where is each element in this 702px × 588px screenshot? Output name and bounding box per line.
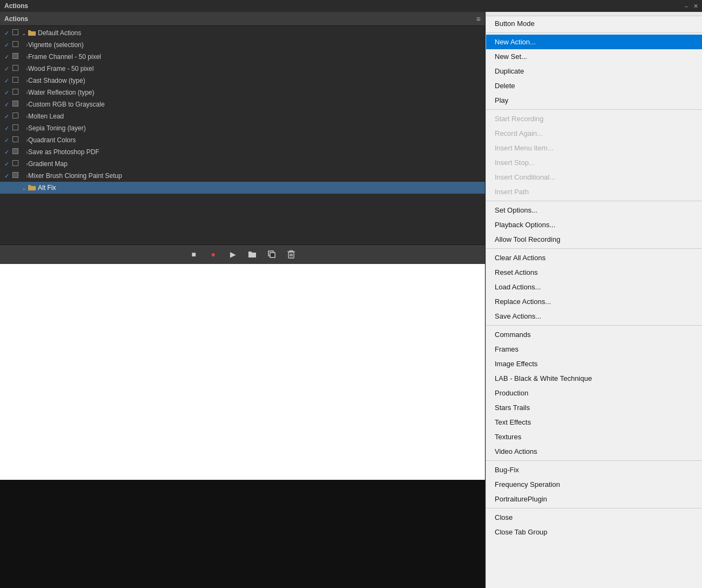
action-row[interactable]: ✓›Water Reflection (type)	[0, 87, 485, 98]
close-button[interactable]: ✕	[692, 3, 700, 10]
action-row[interactable]: ✓⌄Default Actions	[0, 27, 485, 39]
menu-item-button-mode[interactable]: Button Mode	[486, 16, 702, 31]
action-check[interactable]: ✓	[2, 30, 11, 37]
record-button[interactable]: ●	[207, 248, 220, 261]
action-check[interactable]: ✓	[2, 113, 11, 120]
action-expand-icon[interactable]: ›	[19, 173, 28, 179]
menu-item-new-action[interactable]: New Action...	[486, 35, 702, 49]
action-row[interactable]: ✓›Custom RGB to Grayscale	[0, 98, 485, 110]
menu-item-video-actions[interactable]: Video Actions	[486, 444, 702, 459]
action-check[interactable]: ✓	[2, 173, 11, 180]
stop-button[interactable]: ■	[187, 248, 200, 261]
action-check[interactable]: ✓	[2, 161, 11, 168]
action-label: Molten Lead	[28, 113, 483, 120]
action-check[interactable]: ✓	[2, 42, 11, 49]
folder-icon	[28, 29, 36, 37]
action-row[interactable]: ✓›Sepia Toning (layer)	[0, 122, 485, 134]
action-square-icon	[11, 172, 19, 180]
menu-item-close-tab-group[interactable]: Close Tab Group	[486, 525, 702, 539]
action-row[interactable]: ✓›Quadrant Colors	[0, 134, 485, 146]
action-check[interactable]: ✓	[2, 125, 11, 132]
menu-item-frames[interactable]: Frames	[486, 342, 702, 356]
menu-separator	[486, 325, 702, 326]
action-label: Gradient Map	[28, 160, 483, 168]
action-check[interactable]: ✓	[2, 77, 11, 84]
action-square-icon	[11, 124, 19, 132]
menu-item-playback-options[interactable]: Playback Options...	[486, 217, 702, 232]
action-check[interactable]: ✓	[2, 101, 11, 108]
action-expand-icon[interactable]: ⌄	[19, 185, 28, 191]
new-item-button[interactable]	[265, 248, 278, 261]
action-expand-icon[interactable]: ⌄	[19, 30, 28, 36]
action-label: Water Reflection (type)	[28, 89, 483, 96]
folder-icon	[28, 184, 36, 192]
menu-item-frequency-speration[interactable]: Frequency Speration	[486, 477, 702, 492]
menu-item-insert-stop: Insert Stop...	[486, 155, 702, 170]
action-row[interactable]: ✓›Mixer Brush Cloning Paint Setup	[0, 170, 485, 182]
menu-item-reset-actions[interactable]: Reset Actions	[486, 265, 702, 280]
action-check[interactable]: ✓	[2, 54, 11, 61]
action-expand-icon[interactable]: ›	[19, 90, 28, 96]
black-area	[0, 480, 485, 588]
action-row[interactable]: ⌄Alt Fix	[0, 182, 485, 194]
menu-item-lab-black-white[interactable]: LAB - Black & White Technique	[486, 371, 702, 386]
menu-item-portraiture-plugin[interactable]: PortraiturePlugin	[486, 492, 702, 506]
menu-item-commands[interactable]: Commands	[486, 327, 702, 342]
menu-item-bug-fix[interactable]: Bug-Fix	[486, 463, 702, 477]
action-check[interactable]: ✓	[2, 149, 11, 156]
menu-item-text-effects[interactable]: Text Effects	[486, 415, 702, 430]
action-square-icon	[11, 113, 19, 120]
menu-item-delete[interactable]: Delete	[486, 78, 702, 93]
menu-item-play[interactable]: Play	[486, 93, 702, 108]
folder-button[interactable]	[246, 248, 259, 261]
menu-item-replace-actions[interactable]: Replace Actions...	[486, 294, 702, 309]
menu-item-allow-tool-recording[interactable]: Allow Tool Recording	[486, 232, 702, 247]
action-expand-icon[interactable]: ›	[19, 42, 28, 48]
menu-item-production[interactable]: Production	[486, 386, 702, 400]
action-label: Frame Channel - 50 pixel	[28, 53, 483, 61]
delete-button[interactable]	[285, 248, 298, 261]
action-expand-icon[interactable]: ›	[19, 66, 28, 72]
action-expand-icon[interactable]: ›	[19, 137, 28, 143]
svg-rect-1	[270, 253, 275, 257]
action-square-icon	[11, 29, 19, 37]
action-label: Default Actions	[38, 29, 483, 37]
action-check[interactable]: ✓	[2, 65, 11, 72]
action-expand-icon[interactable]: ›	[19, 102, 28, 108]
menu-item-image-effects[interactable]: Image Effects	[486, 356, 702, 371]
action-expand-icon[interactable]: ›	[19, 149, 28, 155]
action-row[interactable]: ✓›Gradient Map	[0, 158, 485, 170]
action-row[interactable]: ✓›Molten Lead	[0, 110, 485, 122]
action-expand-icon[interactable]: ›	[19, 54, 28, 60]
action-square-icon	[11, 101, 19, 108]
play-button[interactable]: ▶	[226, 248, 239, 261]
menu-item-textures[interactable]: Textures	[486, 430, 702, 444]
panel-menu-icon[interactable]: ≡	[476, 15, 481, 23]
minimize-button[interactable]: –	[683, 3, 690, 9]
menu-item-clear-all-actions[interactable]: Clear All Actions	[486, 250, 702, 265]
action-label: Mixer Brush Cloning Paint Setup	[28, 172, 483, 180]
action-expand-icon[interactable]: ›	[19, 161, 28, 167]
menu-item-stars-trails[interactable]: Stars Trails	[486, 400, 702, 415]
action-expand-icon[interactable]: ›	[19, 114, 28, 120]
menu-separator	[486, 248, 702, 249]
context-menu: Button ModeNew Action...New Set...Duplic…	[486, 12, 702, 588]
action-row[interactable]: ✓›Save as Photoshop PDF	[0, 146, 485, 158]
menu-item-new-set[interactable]: New Set...	[486, 49, 702, 64]
action-label: Vignette (selection)	[28, 41, 483, 49]
menu-item-close[interactable]: Close	[486, 510, 702, 525]
menu-separator	[486, 32, 702, 33]
menu-item-load-actions[interactable]: Load Actions...	[486, 280, 702, 294]
menu-item-duplicate[interactable]: Duplicate	[486, 64, 702, 78]
action-row[interactable]: ✓›Cast Shadow (type)	[0, 75, 485, 87]
action-expand-icon[interactable]: ›	[19, 78, 28, 84]
action-row[interactable]: ✓›Wood Frame - 50 pixel	[0, 63, 485, 75]
action-row[interactable]: ✓›Frame Channel - 50 pixel	[0, 51, 485, 63]
action-check[interactable]: ✓	[2, 89, 11, 96]
action-expand-icon[interactable]: ›	[19, 125, 28, 131]
menu-item-save-actions[interactable]: Save Actions...	[486, 309, 702, 323]
action-check[interactable]: ✓	[2, 137, 11, 144]
action-row[interactable]: ✓›Vignette (selection)	[0, 39, 485, 51]
action-label: Quadrant Colors	[28, 136, 483, 144]
menu-item-set-options[interactable]: Set Options...	[486, 203, 702, 217]
